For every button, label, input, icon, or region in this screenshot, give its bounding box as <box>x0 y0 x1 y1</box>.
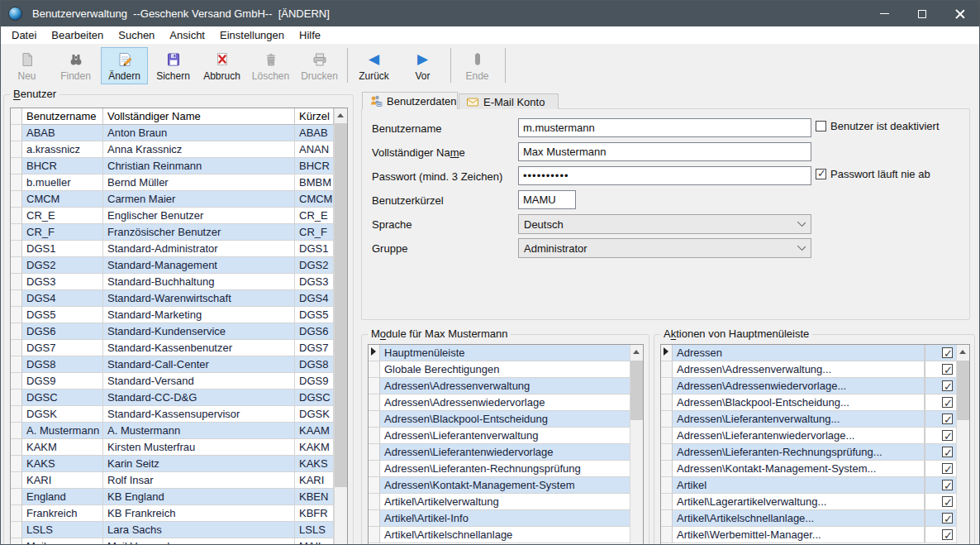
menu-suchen[interactable]: Suchen <box>111 27 162 43</box>
col-header-kuerzel[interactable]: Kürzel <box>295 108 334 125</box>
passwort-input[interactable] <box>518 166 811 185</box>
module-list-row[interactable]: Artikel\Artikelverwaltung <box>369 494 643 510</box>
user-table-row[interactable]: ABAB Anton Braun ABAB <box>11 125 347 141</box>
loeschen-button[interactable]: Löschen <box>247 47 294 84</box>
aktionen-list-row[interactable]: Adressen\Lieferantenverwaltung... <box>661 411 969 428</box>
menu-bearbeiten[interactable]: Bearbeiten <box>44 27 111 43</box>
user-table-row[interactable]: DGS9 Standard-Versand DGS9 <box>11 373 347 390</box>
aktion-checkbox[interactable] <box>942 397 953 408</box>
module-list-row[interactable]: Adressen\Adressenwiedervorlage <box>369 394 643 411</box>
scroll-up-icon[interactable] <box>957 345 969 359</box>
user-table-row[interactable]: England KB England KBEN <box>11 489 347 505</box>
benutzerkuerzel-input[interactable] <box>518 190 576 209</box>
aktion-checkbox[interactable] <box>942 347 953 358</box>
aktion-checkbox[interactable] <box>942 364 953 375</box>
menu-hilfe[interactable]: Hilfe <box>292 27 328 43</box>
aktionen-list-row[interactable]: Adressen\Adressenwiedervorlage... <box>661 378 969 394</box>
aktionen-list-scrollbar[interactable] <box>956 345 969 545</box>
user-table-row[interactable]: BHCR Christian Reinmann BHCR <box>11 158 347 174</box>
user-table-row[interactable]: DGS5 Standard-Marketing DGS5 <box>11 307 347 323</box>
aktionen-list-row[interactable]: Adressen\Lieferanten-Rechnungsprüfung... <box>661 444 969 461</box>
module-list-row[interactable]: Adressen\Lieferantenverwaltung <box>369 428 643 444</box>
menu-einstellungen[interactable]: Einstellungen <box>212 27 292 43</box>
zurueck-button[interactable]: ◀ Zurück <box>350 47 397 84</box>
titlebar[interactable]: Benutzerverwaltung --Geschenk Versand Gm… <box>1 1 979 26</box>
user-table-row[interactable]: CR_F Französischer Benutzer CR_F <box>11 224 347 241</box>
aktion-checkbox[interactable] <box>942 496 953 507</box>
sichern-button[interactable]: Sichern <box>150 47 197 84</box>
aktionen-list-row[interactable]: Adressen\Kontakt-Management-System... <box>661 461 969 477</box>
user-table-row[interactable]: CR_E Englischer Benutzer CR_E <box>11 208 347 224</box>
sprache-dropdown[interactable]: Deutsch <box>518 214 811 234</box>
module-list-row[interactable]: Adressen\Kontakt-Management-System <box>369 477 643 494</box>
close-button[interactable] <box>941 1 979 26</box>
gruppe-dropdown[interactable]: Administrator <box>518 238 811 258</box>
benutzername-input[interactable] <box>518 118 811 137</box>
finden-button[interactable]: Finden <box>52 47 99 84</box>
tab-email-konto[interactable]: E-Mail Konto <box>459 93 559 109</box>
aktionen-list-row[interactable]: Adressen\Blackpool-Entscheidung... <box>661 394 969 411</box>
aktionen-list-row[interactable]: Adressen <box>661 345 969 361</box>
aktionen-list-row[interactable]: Artikel\Lagerartikelverwaltung... <box>661 494 969 510</box>
aktion-checkbox[interactable] <box>942 463 953 474</box>
aktionen-list-row[interactable]: Artikel <box>661 477 969 494</box>
ende-button[interactable]: Ende <box>454 47 501 84</box>
module-list-row[interactable]: Artikel\Artikelschnellanlage <box>369 527 643 543</box>
aktion-checkbox[interactable] <box>942 414 953 424</box>
aktionen-list-row[interactable]: Artikel\Artikelschnellanlage... <box>661 510 969 527</box>
aktion-checkbox[interactable] <box>942 447 953 457</box>
module-list-row[interactable]: Adressen\Adressenverwaltung <box>369 378 643 394</box>
user-table-row[interactable]: DGS6 Standard-Kundenservice DGS6 <box>11 323 347 340</box>
vollname-input[interactable] <box>518 142 811 161</box>
module-list-row[interactable]: Adressen\Blackpool-Entscheidung <box>369 411 643 428</box>
scroll-up-icon[interactable] <box>630 345 643 359</box>
aktion-checkbox[interactable] <box>942 513 953 523</box>
user-table-row[interactable]: KARI Rolf Insar KARI <box>11 472 347 489</box>
abbruch-button[interactable]: Abbruch <box>198 47 245 84</box>
minimize-button[interactable] <box>865 1 903 26</box>
scrollbar-thumb[interactable] <box>335 123 347 487</box>
user-table-row[interactable]: Mail Mail Versand MAIL <box>11 538 347 545</box>
aktionen-list-row[interactable]: Adressen\Lieferantenwiedervorlage... <box>661 428 969 444</box>
menu-datei[interactable]: Datei <box>4 27 44 43</box>
user-table-row[interactable]: CMCM Carmen Maier CMCM <box>11 191 347 208</box>
user-table-row[interactable]: a.krassnicz Anna Krassnicz ANAN <box>11 141 347 158</box>
col-header-vollname[interactable]: Vollständiger Name <box>103 108 295 125</box>
module-list-row[interactable]: Globale Berechtigungen <box>369 361 643 378</box>
user-table-row[interactable]: DGS4 Standard-Warenwirtschaft DGS4 <box>11 290 347 307</box>
scrollbar-thumb[interactable] <box>957 361 969 420</box>
user-table-row[interactable]: DGS8 Standard-Call-Center DGS8 <box>11 356 347 373</box>
user-table-row[interactable]: KAKS Karin Seitz KAKS <box>11 456 347 472</box>
drucken-button[interactable]: Drucken <box>296 47 343 84</box>
user-table-row[interactable]: KAKM Kirsten Musterfrau KAKM <box>11 439 347 456</box>
passwort-nie-ab-checkbox[interactable]: Passwort läuft nie ab <box>816 168 930 180</box>
aktion-checkbox[interactable] <box>942 480 953 490</box>
col-header-benutzername[interactable]: Benutzername <box>22 108 103 125</box>
aktion-checkbox[interactable] <box>942 430 953 441</box>
user-table-row[interactable]: LSLS Lara Sachs LSLS <box>11 522 347 538</box>
user-table-row[interactable]: A. Mustermann A. Mustermann KAAM <box>11 423 347 439</box>
aktionen-list-row[interactable]: Artikel\Werbemittel-Manager... <box>661 527 969 543</box>
maximize-button[interactable] <box>903 1 941 26</box>
module-list-row[interactable]: Artikel\Artikel-Info <box>369 510 643 527</box>
aktionen-list-row[interactable]: Adressen\Adressenverwaltung... <box>661 361 969 378</box>
neu-button[interactable]: Neu <box>3 47 50 84</box>
module-list-scrollbar[interactable] <box>630 345 643 545</box>
user-table-row[interactable]: DGSC Standard-CC-D&G DGSC <box>11 390 347 406</box>
aktion-checkbox[interactable] <box>942 529 953 540</box>
user-table-row[interactable]: DGS3 Standard-Buchhaltung DGS3 <box>11 274 347 290</box>
vor-button[interactable]: ▶ Vor <box>399 47 446 84</box>
user-table-row[interactable]: DGS7 Standard-Kassenbenutzer DGS7 <box>11 340 347 356</box>
aktion-checkbox[interactable] <box>942 380 953 391</box>
aendern-button[interactable]: Ändern <box>101 47 148 84</box>
user-table-scrollbar[interactable] <box>334 108 347 545</box>
menu-ansicht[interactable]: Ansicht <box>162 27 212 43</box>
user-table-row[interactable]: b.mueller Bernd Müller BMBM <box>11 174 347 191</box>
module-list-row[interactable]: Adressen\Lieferantenwiedervorlage <box>369 444 643 461</box>
user-table-row[interactable]: DGS1 Standard-Administrator DGS1 <box>11 241 347 257</box>
deaktiviert-checkbox[interactable]: Benutzer ist deaktiviert <box>816 120 940 132</box>
module-list-row[interactable]: Adressen\Lieferanten-Rechnungsprüfung <box>369 461 643 477</box>
scrollbar-thumb[interactable] <box>630 361 643 420</box>
module-list-row[interactable]: Hauptmenüleiste <box>369 345 643 361</box>
user-table-row[interactable]: DGS2 Standard-Management DGS2 <box>11 257 347 274</box>
